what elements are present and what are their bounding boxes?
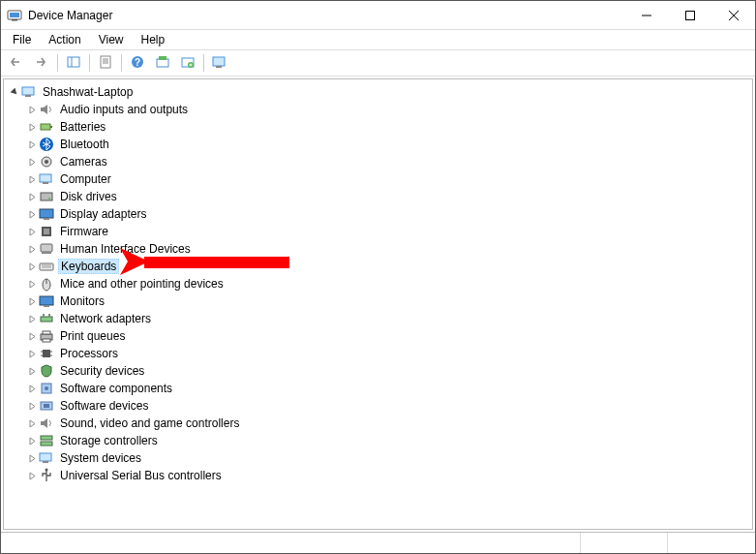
update-driver-button[interactable] [151, 52, 174, 74]
expander-icon[interactable] [25, 175, 39, 184]
expander-icon[interactable] [25, 106, 39, 114]
device-tree[interactable]: Shashwat-LaptopAudio inputs and outputsB… [4, 79, 752, 488]
expander-icon[interactable] [25, 454, 39, 463]
titlebar[interactable]: Device Manager [1, 1, 755, 30]
svg-rect-24 [41, 124, 50, 130]
tree-node[interactable]: Software devices [4, 397, 752, 415]
expander-icon[interactable] [25, 315, 39, 323]
svg-rect-38 [42, 252, 51, 254]
expander-icon[interactable] [25, 193, 39, 201]
window-frame: Device Manager File Action View Help ? [0, 0, 756, 554]
svg-rect-65 [43, 461, 48, 463]
menu-file[interactable]: File [5, 31, 39, 48]
sound-icon [39, 416, 54, 431]
tree-node[interactable]: Disk drives [4, 188, 752, 205]
svg-rect-1 [10, 13, 19, 17]
expander-icon[interactable] [25, 385, 39, 393]
cpu-icon [39, 346, 54, 361]
tree-node[interactable]: Human Interface Devices [4, 240, 752, 258]
toolbar-separator [121, 54, 122, 72]
back-button[interactable] [5, 52, 28, 74]
expander-icon[interactable] [25, 262, 39, 271]
expander-icon[interactable] [25, 280, 39, 289]
expander-icon[interactable] [25, 350, 39, 358]
expander-icon[interactable] [25, 245, 39, 254]
expander-icon[interactable] [25, 472, 39, 480]
tree-node[interactable]: Audio inputs and outputs [4, 101, 752, 118]
usb-icon [39, 468, 54, 483]
tree-content-area: Shashwat-LaptopAudio inputs and outputsB… [3, 78, 753, 530]
tree-node[interactable]: Firmware [4, 223, 752, 240]
svg-rect-20 [216, 66, 222, 68]
show-hide-tree-button[interactable] [62, 52, 85, 74]
hid-icon [39, 241, 54, 257]
computer-icon [39, 171, 54, 187]
tree-node[interactable]: Universal Serial Bus controllers [4, 467, 752, 484]
svg-rect-52 [43, 350, 50, 357]
tree-node[interactable]: Monitors [4, 292, 752, 310]
tree-node-label: Cameras [58, 155, 109, 169]
menu-action[interactable]: Action [41, 31, 88, 48]
toolbar-separator [203, 54, 204, 72]
svg-rect-50 [43, 331, 50, 334]
tree-node[interactable]: Network adapters [4, 310, 752, 327]
tree-node[interactable]: Print queues [4, 327, 752, 345]
expander-icon[interactable] [25, 367, 39, 376]
uninstall-button[interactable] [176, 52, 199, 74]
tree-node[interactable]: System devices [4, 449, 752, 467]
forward-button[interactable] [30, 52, 53, 74]
properties-icon [99, 55, 112, 72]
tree-node[interactable]: Storage controllers [4, 432, 752, 449]
tree-node[interactable]: Sound, video and game controllers [4, 415, 752, 432]
svg-rect-31 [41, 193, 52, 200]
maximize-button[interactable] [668, 1, 711, 29]
back-icon [10, 56, 23, 71]
close-button[interactable] [711, 1, 755, 29]
minimize-button[interactable] [624, 1, 668, 29]
expander-icon[interactable] [25, 140, 39, 149]
expander-icon[interactable] [25, 123, 39, 132]
scan-hardware-button[interactable] [208, 52, 231, 74]
tree-node[interactable]: Mice and other pointing devices [4, 275, 752, 292]
expander-icon[interactable] [25, 158, 39, 167]
tree-node[interactable]: Batteries [4, 118, 752, 136]
svg-rect-29 [40, 174, 51, 182]
svg-rect-25 [50, 126, 52, 128]
expander-icon[interactable] [25, 419, 39, 428]
tree-root[interactable]: Shashwat-Laptop [4, 83, 752, 101]
expander-icon[interactable] [25, 210, 39, 219]
expander-icon[interactable] [25, 228, 39, 236]
help-button[interactable]: ? [126, 52, 149, 74]
storage-icon [39, 433, 54, 448]
tree-node[interactable]: Software components [4, 380, 752, 397]
menu-help[interactable]: Help [134, 31, 173, 48]
tree-node[interactable]: Bluetooth [4, 136, 752, 153]
expander-icon[interactable] [25, 332, 39, 341]
tree-node[interactable]: Display adapters [4, 205, 752, 223]
svg-rect-21 [22, 87, 34, 95]
computer-icon [21, 84, 37, 100]
tree-node-label: Display adapters [58, 207, 148, 221]
svg-rect-63 [41, 442, 52, 446]
svg-marker-23 [41, 105, 47, 114]
svg-rect-33 [40, 209, 53, 218]
tree-node[interactable]: Processors [4, 345, 752, 362]
svg-rect-47 [43, 314, 45, 317]
tree-node[interactable]: Security devices [4, 362, 752, 380]
uninstall-icon [181, 55, 195, 72]
software-device-icon [39, 398, 54, 414]
tree-node[interactable]: Cameras [4, 153, 752, 170]
svg-rect-9 [101, 56, 110, 68]
expander-icon[interactable] [25, 437, 39, 446]
properties-button[interactable] [94, 52, 117, 74]
tree-node[interactable]: Keyboards [4, 258, 752, 275]
tree-node-label: Batteries [58, 120, 107, 134]
svg-rect-36 [44, 229, 49, 234]
tree-node-label: Software components [58, 382, 174, 395]
expander-icon[interactable] [25, 297, 39, 306]
camera-icon [39, 154, 54, 169]
tree-node[interactable]: Computer [4, 170, 752, 188]
menu-view[interactable]: View [91, 31, 132, 48]
expander-icon[interactable] [25, 402, 39, 411]
expander-icon[interactable] [8, 88, 21, 97]
